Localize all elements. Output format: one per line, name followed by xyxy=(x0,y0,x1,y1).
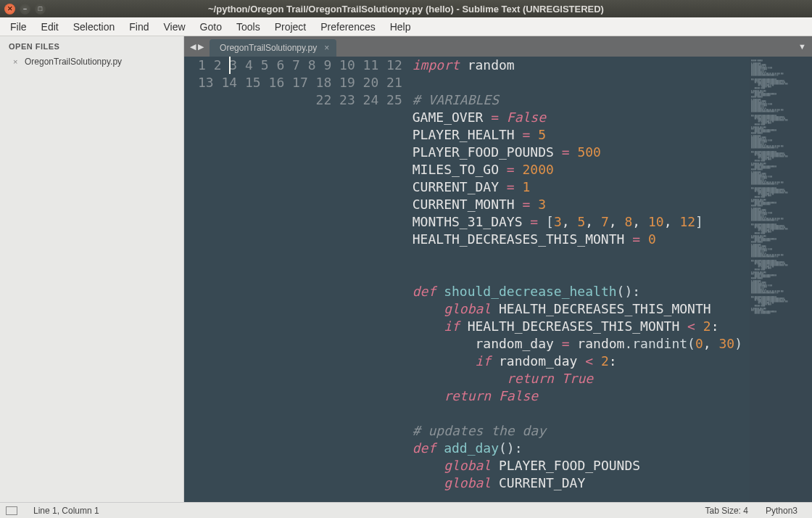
titlebar: ✕ – □ ~/python/Oregon Trail/OregonTrailS… xyxy=(0,0,812,17)
line-number-gutter: 1 2 3 4 5 6 7 8 9 10 11 12 13 14 15 16 1… xyxy=(184,57,413,502)
menu-selection[interactable]: Selection xyxy=(66,19,123,35)
window-minimize-button[interactable]: – xyxy=(20,4,30,15)
panel-switcher-icon[interactable] xyxy=(6,506,17,515)
open-file-item[interactable]: × OregonTrailSolutionpy.py xyxy=(0,55,183,68)
code-content[interactable]: import random # VARIABLES GAME_OVER = Fa… xyxy=(413,57,750,502)
tab-nav-arrows[interactable]: ◀ ▶ xyxy=(187,36,210,57)
menu-file[interactable]: File xyxy=(3,19,34,35)
menu-preferences[interactable]: Preferences xyxy=(313,19,382,35)
window-controls: ✕ – □ xyxy=(4,4,46,15)
tabbar: ◀ ▶ OregonTrailSolutionpy.py × ▼ xyxy=(184,36,812,57)
tab-active[interactable]: OregonTrailSolutionpy.py × xyxy=(210,39,336,57)
text-cursor xyxy=(229,57,231,74)
workspace: OPEN FILES × OregonTrailSolutionpy.py ◀ … xyxy=(0,36,812,502)
menu-help[interactable]: Help xyxy=(383,19,418,35)
sidebar: OPEN FILES × OregonTrailSolutionpy.py xyxy=(0,36,184,502)
code-editor[interactable]: 1 2 3 4 5 6 7 8 9 10 11 12 13 14 15 16 1… xyxy=(184,57,750,502)
minimap[interactable]: ██████ ██████ █ █████████ █████████ █ ██… xyxy=(750,57,812,502)
menubar: File Edit Selection Find View Goto Tools… xyxy=(0,17,812,36)
window-maximize-button[interactable]: □ xyxy=(35,4,46,15)
statusbar: Line 1, Column 1 Tab Size: 4 Python3 xyxy=(0,502,812,518)
menu-project[interactable]: Project xyxy=(268,19,314,35)
open-files-header: OPEN FILES xyxy=(0,36,183,55)
tab-size[interactable]: Tab Size: 4 xyxy=(697,506,757,516)
window-close-button[interactable]: ✕ xyxy=(4,4,15,15)
menu-tools[interactable]: Tools xyxy=(229,19,268,35)
syntax-mode[interactable]: Python3 xyxy=(757,506,806,516)
close-file-icon[interactable]: × xyxy=(13,57,22,66)
menu-find[interactable]: Find xyxy=(122,19,156,35)
open-file-label: OregonTrailSolutionpy.py xyxy=(25,57,122,67)
code-wrap: 1 2 3 4 5 6 7 8 9 10 11 12 13 14 15 16 1… xyxy=(184,57,812,502)
window-title: ~/python/Oregon Trail/OregonTrailSolutio… xyxy=(0,4,812,15)
menu-edit[interactable]: Edit xyxy=(34,19,66,35)
editor-area: ◀ ▶ OregonTrailSolutionpy.py × ▼ 1 2 3 4… xyxy=(184,36,812,502)
tab-close-icon[interactable]: × xyxy=(324,43,329,53)
tab-overflow-icon[interactable]: ▼ xyxy=(792,36,812,57)
tab-label: OregonTrailSolutionpy.py xyxy=(220,43,317,53)
menu-goto[interactable]: Goto xyxy=(193,19,229,35)
cursor-position[interactable]: Line 1, Column 1 xyxy=(25,506,108,516)
menu-view[interactable]: View xyxy=(157,19,193,35)
